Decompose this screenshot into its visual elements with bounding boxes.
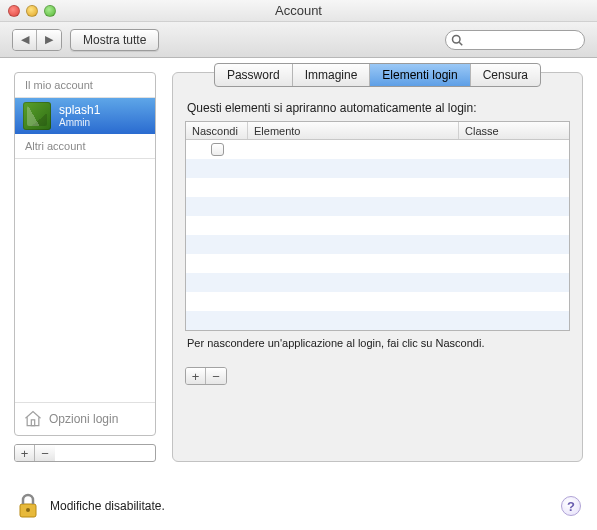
add-login-item-button[interactable]: + [186,368,206,384]
tab-password[interactable]: Password [215,64,293,86]
toolbar: ◀ ▶ Mostra tutte [0,22,597,58]
col-hide[interactable]: Nascondi [186,122,248,139]
remove-login-item-button[interactable]: − [206,368,226,384]
back-button[interactable]: ◀ [13,30,37,50]
login-items-table: Nascondi Elemento Classe [185,121,570,331]
user-role-label: Ammin [59,117,100,129]
table-row[interactable] [186,216,569,235]
tab-bar: Password Immagine Elementi login Censura [214,63,541,87]
col-class[interactable]: Classe [459,122,569,139]
table-header: Nascondi Elemento Classe [186,122,569,140]
search-input[interactable] [445,30,585,50]
table-row[interactable] [186,292,569,311]
login-options-button[interactable]: Opzioni login [15,402,155,435]
table-row[interactable] [186,140,569,159]
table-row[interactable] [186,254,569,273]
tab-image[interactable]: Immagine [293,64,371,86]
show-all-button[interactable]: Mostra tutte [70,29,159,51]
hide-checkbox[interactable] [211,143,224,156]
sidebar-spacer [15,159,155,402]
svg-rect-2 [31,420,34,426]
svg-line-1 [459,42,462,45]
settings-panel: Password Immagine Elementi login Censura… [172,72,583,462]
home-icon [23,409,43,429]
sidebar-header-my-account: Il mio account [15,73,155,98]
table-row[interactable] [186,235,569,254]
table-row[interactable] [186,178,569,197]
sidebar-column: Il mio account splash1 Ammin Altri accou… [14,72,156,462]
login-items-description: Questi elementi si apriranno automaticam… [187,101,568,115]
login-items-add-remove: + − [185,367,227,385]
search-wrap [445,30,585,50]
tab-parental[interactable]: Censura [471,64,540,86]
window-title: Account [0,3,597,18]
titlebar: Account [0,0,597,22]
login-items-hint: Per nascondere un'applicazione al login,… [187,337,568,349]
lock-icon[interactable] [16,492,40,520]
table-row[interactable] [186,197,569,216]
content-area: Il mio account splash1 Ammin Altri accou… [0,58,597,462]
table-row[interactable] [186,311,569,330]
user-lines: splash1 Ammin [59,103,100,129]
sidebar-header-other-accounts: Altri account [15,134,155,159]
tab-login-items[interactable]: Elementi login [370,64,470,86]
accounts-sidebar: Il mio account splash1 Ammin Altri accou… [14,72,156,436]
table-body [186,140,569,330]
login-items-add-remove-wrap: + − [185,359,570,385]
sidebar-item-current-user[interactable]: splash1 Ammin [15,98,155,134]
table-row[interactable] [186,159,569,178]
login-options-label: Opzioni login [49,412,118,426]
lock-status-text: Modifiche disabilitate. [50,499,165,513]
search-icon [451,34,463,46]
footer: Modifiche disabilitate. ? [0,492,597,520]
forward-button[interactable]: ▶ [37,30,61,50]
user-name-label: splash1 [59,103,100,117]
svg-point-4 [26,508,30,512]
help-button[interactable]: ? [561,496,581,516]
add-account-button[interactable]: + [15,445,35,461]
table-row[interactable] [186,273,569,292]
nav-back-forward: ◀ ▶ [12,29,62,51]
cell-hide [186,143,248,156]
svg-point-0 [453,35,461,43]
col-element[interactable]: Elemento [248,122,459,139]
remove-account-button[interactable]: − [35,445,55,461]
account-add-remove: + − [14,444,156,462]
user-avatar-icon [23,102,51,130]
